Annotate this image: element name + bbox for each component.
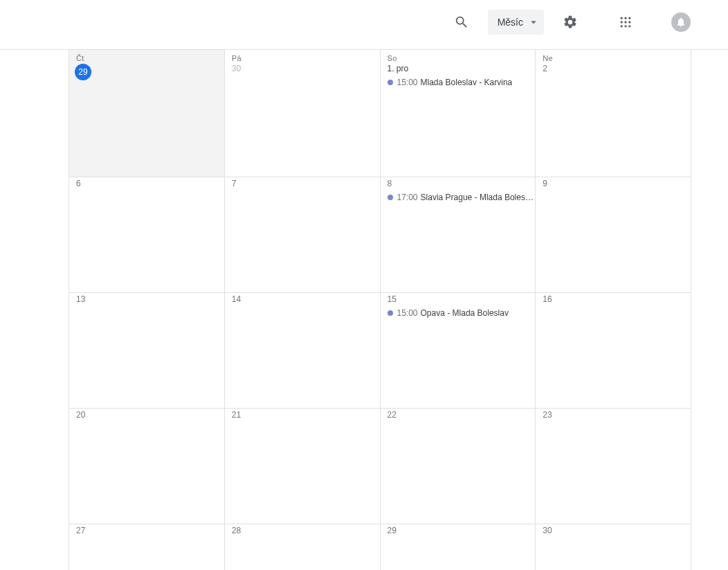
search-button[interactable] (448, 8, 475, 36)
svg-point-7 (624, 25, 626, 27)
day-number: 9 (536, 177, 691, 191)
event-dot-icon (388, 310, 393, 316)
day-of-week-label: Pá (225, 50, 380, 62)
day-number: 29 (381, 524, 536, 538)
day-number: 23 (536, 409, 691, 422)
day-of-week-label: Ne (536, 50, 691, 62)
day-number: 28 (225, 524, 380, 538)
calendar-cell[interactable]: Ne2 (536, 50, 691, 177)
event-dot-icon (388, 80, 393, 85)
svg-point-2 (628, 17, 630, 19)
calendar-cell[interactable]: 16 (536, 292, 691, 408)
svg-point-0 (621, 17, 623, 19)
svg-point-6 (621, 25, 623, 27)
calendar-row: 13141515:00Opava - Mlada Boleslav16 (69, 292, 691, 408)
calendar-grid: Čt29Pá30So1. pro15:00Mlada Boleslav - Ka… (0, 49, 728, 570)
calendar-cell[interactable]: 13 (69, 292, 225, 408)
gear-icon (563, 15, 578, 30)
calendar-cell[interactable]: Čt29 (69, 50, 225, 177)
day-number: 15 (381, 293, 536, 307)
day-number: 13 (69, 293, 224, 307)
calendar-cell[interactable]: 22 (380, 408, 536, 524)
search-icon (454, 15, 469, 30)
day-number: 30 (536, 524, 691, 538)
apps-button[interactable] (612, 8, 639, 36)
calendar-row: Čt29Pá30So1. pro15:00Mlada Boleslav - Ka… (69, 50, 691, 177)
day-number: 6 (69, 177, 224, 191)
event-title: Slavia Prague - Mlada Boleslav (421, 193, 536, 202)
day-number: 29 (69, 62, 224, 83)
calendar-cell[interactable]: So1. pro15:00Mlada Boleslav - Karvina (380, 50, 536, 177)
today-badge: 29 (75, 64, 91, 80)
event-time: 15:00 (397, 308, 418, 318)
calendar-row: 27282930 (69, 524, 691, 570)
calendar-cell[interactable]: 9 (536, 177, 691, 292)
day-number: 21 (225, 409, 380, 422)
event-title: Mlada Boleslav - Karvina (421, 78, 513, 87)
settings-button[interactable] (556, 8, 584, 36)
calendar-cell[interactable]: 6 (69, 177, 225, 292)
calendar-cell[interactable]: 23 (536, 408, 691, 524)
calendar-cell[interactable]: 20 (69, 408, 225, 524)
calendar-cell[interactable]: 817:00Slavia Prague - Mlada Boleslav (380, 177, 536, 292)
day-number: 27 (69, 524, 224, 538)
calendar-row: 20212223 (69, 408, 691, 524)
day-number: 14 (225, 293, 380, 307)
calendar-event[interactable]: 15:00Mlada Boleslav - Karvina (381, 76, 536, 87)
calendar-event[interactable]: 15:00Opava - Mlada Boleslav (381, 307, 536, 318)
svg-point-4 (624, 21, 626, 23)
day-number: 20 (69, 409, 224, 422)
calendar-table: Čt29Pá30So1. pro15:00Mlada Boleslav - Ka… (69, 50, 691, 570)
chevron-down-icon (527, 16, 540, 28)
day-number: 8 (381, 177, 536, 191)
day-number: 30 (225, 62, 380, 76)
bell-icon (675, 17, 686, 28)
apps-icon (619, 15, 633, 29)
event-time: 15:00 (397, 78, 418, 87)
event-title: Opava - Mlada Boleslav (421, 308, 509, 318)
svg-point-8 (628, 25, 630, 27)
svg-point-5 (628, 21, 630, 23)
day-of-week-label: Čt (69, 50, 224, 62)
notifications-button[interactable] (667, 8, 695, 36)
calendar-cell[interactable]: 21 (224, 408, 380, 524)
calendar-cell[interactable]: 29 (380, 524, 536, 570)
svg-point-3 (621, 21, 623, 23)
day-number: 22 (381, 409, 536, 422)
calendar-cell[interactable]: 14 (224, 292, 380, 408)
calendar-cell[interactable]: 7 (224, 177, 380, 292)
calendar-cell[interactable]: 30 (536, 524, 691, 570)
calendar-cell[interactable]: 28 (224, 524, 380, 570)
day-number: 2 (536, 62, 691, 76)
day-number: 1. pro (381, 62, 536, 76)
calendar-cell[interactable]: 27 (69, 524, 225, 570)
event-dot-icon (388, 195, 393, 200)
header: Měsíc (0, 0, 728, 44)
calendar-event[interactable]: 17:00Slavia Prague - Mlada Boleslav (381, 191, 536, 202)
day-number: 7 (225, 177, 380, 191)
svg-point-1 (624, 17, 626, 19)
view-selector[interactable]: Měsíc (488, 10, 544, 35)
calendar-cell[interactable]: Pá30 (224, 50, 380, 177)
calendar-row: 67817:00Slavia Prague - Mlada Boleslav9 (69, 177, 691, 292)
view-selector-label: Měsíc (498, 17, 523, 28)
day-of-week-label: So (381, 50, 536, 62)
event-time: 17:00 (397, 193, 418, 202)
day-number: 16 (536, 293, 691, 307)
calendar-cell[interactable]: 1515:00Opava - Mlada Boleslav (380, 292, 536, 408)
